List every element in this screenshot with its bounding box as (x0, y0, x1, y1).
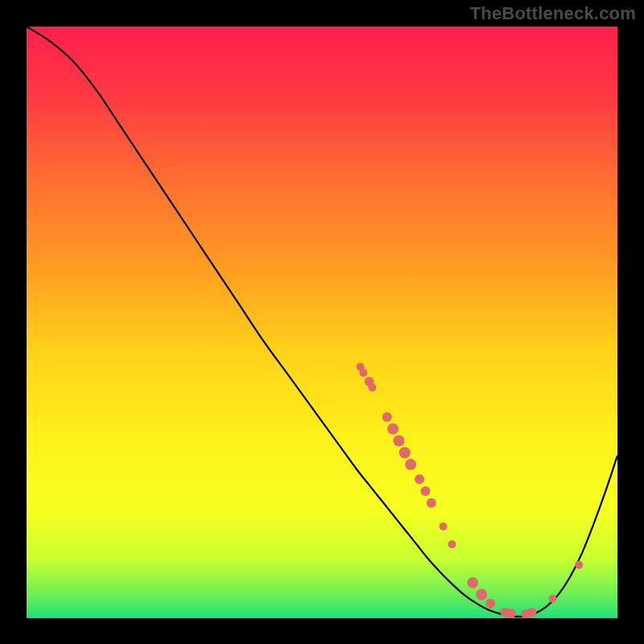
curve-marker (368, 383, 376, 391)
curve-marker (448, 540, 456, 548)
chart-frame: TheBottleneck.com (0, 0, 644, 644)
curve-marker (405, 459, 416, 470)
curve-marker (548, 595, 556, 603)
curve-marker (485, 599, 495, 609)
curve-marker (387, 423, 398, 435)
curve-marker (415, 474, 424, 484)
curve-marker (476, 589, 487, 601)
curve-marker (393, 436, 404, 447)
attribution-label: TheBottleneck.com (470, 3, 636, 24)
curve-marker (420, 486, 430, 496)
curve-marker (527, 608, 537, 617)
curve-marker (467, 577, 478, 588)
plot-area (27, 27, 617, 618)
curve-marker (427, 498, 436, 508)
curve-marker (506, 609, 516, 618)
gradient-background (27, 27, 617, 618)
curve-marker (575, 561, 583, 569)
bottleneck-chart (27, 27, 617, 618)
curve-marker (359, 369, 367, 377)
curve-marker (439, 522, 447, 530)
curve-marker (382, 412, 392, 422)
curve-marker (399, 447, 411, 458)
